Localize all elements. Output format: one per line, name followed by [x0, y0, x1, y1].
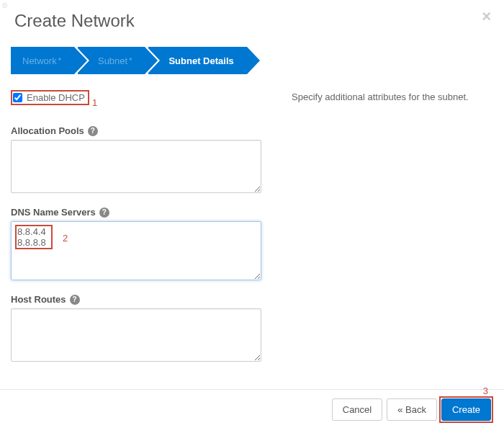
step-label: Subnet — [98, 55, 127, 66]
step-subnet-details[interactable]: Subnet Details — [148, 47, 246, 74]
create-button[interactable]: Create — [441, 398, 491, 421]
required-mark: * — [58, 56, 61, 65]
enable-dhcp-group: Enable DHCP — [11, 90, 89, 105]
modal-body: Enable DHCP 1 Allocation Pools ? DNS Nam… — [0, 87, 504, 375]
allocation-pools-label: Allocation Pools ? — [11, 125, 270, 136]
host-routes-label: Host Routes ? — [11, 294, 270, 305]
step-label: Subnet Details — [168, 55, 233, 66]
back-button[interactable]: « Back — [387, 398, 437, 421]
dns-servers-label: DNS Name Servers ? — [11, 207, 270, 218]
help-icon[interactable]: ? — [70, 295, 80, 305]
required-mark: * — [129, 56, 132, 65]
annotation-3: 3 — [483, 385, 488, 396]
enable-dhcp-label: Enable DHCP — [27, 92, 85, 103]
help-column: Specify additional attributes for the su… — [270, 90, 493, 375]
allocation-pools-group: Allocation Pools ? — [11, 125, 270, 195]
help-icon[interactable]: ? — [88, 126, 98, 136]
host-routes-input[interactable] — [11, 308, 261, 362]
dns-servers-input[interactable] — [11, 221, 261, 280]
wizard-stepper: Network * Subnet * Subnet Details — [11, 47, 493, 74]
form-column: Enable DHCP 1 Allocation Pools ? DNS Nam… — [11, 90, 270, 375]
enable-dhcp-checkbox[interactable] — [13, 93, 22, 102]
modal-footer: Cancel « Back 3 Create — [0, 389, 504, 421]
modal-header: Create Network × — [0, 0, 504, 38]
dns-servers-group: DNS Name Servers ? 2 — [11, 207, 270, 282]
allocation-pools-input[interactable] — [11, 140, 261, 193]
annotation-2: 2 — [63, 233, 68, 244]
host-routes-group: Host Routes ? — [11, 294, 270, 364]
step-label: Network — [22, 55, 57, 66]
annotation-1: 1 — [92, 97, 97, 108]
cancel-button[interactable]: Cancel — [332, 398, 382, 421]
step-network[interactable]: Network * — [11, 47, 74, 74]
close-icon[interactable]: × — [482, 7, 491, 26]
help-text: Specify additional attributes for the su… — [292, 92, 493, 102]
modal-title: Create Network — [14, 11, 490, 31]
help-icon[interactable]: ? — [99, 208, 109, 218]
